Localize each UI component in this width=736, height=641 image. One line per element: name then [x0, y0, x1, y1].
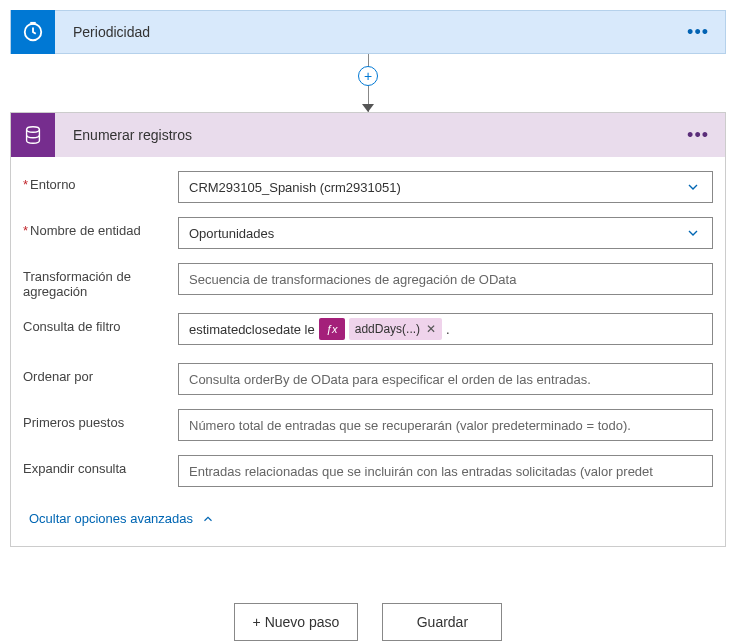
new-step-button[interactable]: + Nuevo paso: [234, 603, 359, 641]
primeros-input[interactable]: Número total de entradas que se recupera…: [178, 409, 713, 441]
action-body: *Entorno CRM293105_Spanish (crm2931051) …: [11, 157, 725, 546]
expression-token[interactable]: addDays(...) ✕: [349, 318, 442, 340]
row-primeros: Primeros puestos Número total de entrada…: [23, 409, 713, 441]
chevron-down-icon: [684, 178, 702, 196]
label-entidad: *Nombre de entidad: [23, 217, 178, 238]
label-agregacion: Transformación de agregación: [23, 263, 178, 299]
trigger-title: Periodicidad: [55, 24, 683, 40]
entidad-select[interactable]: Oportunidades: [178, 217, 713, 249]
database-icon: [11, 113, 55, 157]
row-agregacion: Transformación de agregación Secuencia d…: [23, 263, 713, 299]
row-entorno: *Entorno CRM293105_Spanish (crm2931051): [23, 171, 713, 203]
entidad-value: Oportunidades: [189, 226, 274, 241]
filtro-input[interactable]: estimatedclosedate le ƒx addDays(...) ✕ …: [178, 313, 713, 345]
recurrence-icon: [11, 10, 55, 54]
filtro-prefix: estimatedclosedate le: [189, 322, 315, 337]
row-filtro: Consulta de filtro estimatedclosedate le…: [23, 313, 713, 345]
row-expandir: Expandir consulta Entradas relacionadas …: [23, 455, 713, 487]
label-ordenar: Ordenar por: [23, 363, 178, 384]
row-entidad: *Nombre de entidad Oportunidades: [23, 217, 713, 249]
label-filtro: Consulta de filtro: [23, 313, 178, 334]
label-entorno: *Entorno: [23, 171, 178, 192]
connector: +: [10, 54, 726, 112]
primeros-placeholder: Número total de entradas que se recupera…: [189, 418, 631, 433]
token-text: addDays(...): [355, 322, 420, 336]
label-expandir: Expandir consulta: [23, 455, 178, 476]
trigger-menu-button[interactable]: •••: [683, 22, 713, 43]
footer: + Nuevo paso Guardar: [10, 603, 726, 641]
entorno-value: CRM293105_Spanish (crm2931051): [189, 180, 401, 195]
expandir-input[interactable]: Entradas relacionadas que se incluirán c…: [178, 455, 713, 487]
filtro-suffix: .: [446, 322, 450, 337]
action-title: Enumerar registros: [55, 127, 683, 143]
agregacion-input[interactable]: Secuencia de transformaciones de agregac…: [178, 263, 713, 295]
expandir-placeholder: Entradas relacionadas que se incluirán c…: [189, 464, 653, 479]
fx-icon: ƒx: [319, 318, 345, 340]
chevron-up-icon: [201, 512, 215, 526]
trigger-card[interactable]: Periodicidad •••: [10, 10, 726, 54]
ordenar-input[interactable]: Consulta orderBy de OData para especific…: [178, 363, 713, 395]
svg-point-1: [27, 127, 40, 133]
arrow-down-icon: [362, 104, 374, 112]
action-card: Enumerar registros ••• *Entorno CRM29310…: [10, 112, 726, 547]
hide-advanced-label: Ocultar opciones avanzadas: [29, 511, 193, 526]
agregacion-placeholder: Secuencia de transformaciones de agregac…: [189, 272, 516, 287]
token-remove-icon[interactable]: ✕: [426, 322, 436, 336]
label-primeros: Primeros puestos: [23, 409, 178, 430]
add-step-inline-button[interactable]: +: [358, 66, 378, 86]
action-header[interactable]: Enumerar registros •••: [11, 113, 725, 157]
save-button[interactable]: Guardar: [382, 603, 502, 641]
action-menu-button[interactable]: •••: [683, 125, 713, 146]
ordenar-placeholder: Consulta orderBy de OData para especific…: [189, 372, 591, 387]
entorno-select[interactable]: CRM293105_Spanish (crm2931051): [178, 171, 713, 203]
hide-advanced-toggle[interactable]: Ocultar opciones avanzadas: [23, 501, 713, 542]
chevron-down-icon: [684, 224, 702, 242]
row-ordenar: Ordenar por Consulta orderBy de OData pa…: [23, 363, 713, 395]
